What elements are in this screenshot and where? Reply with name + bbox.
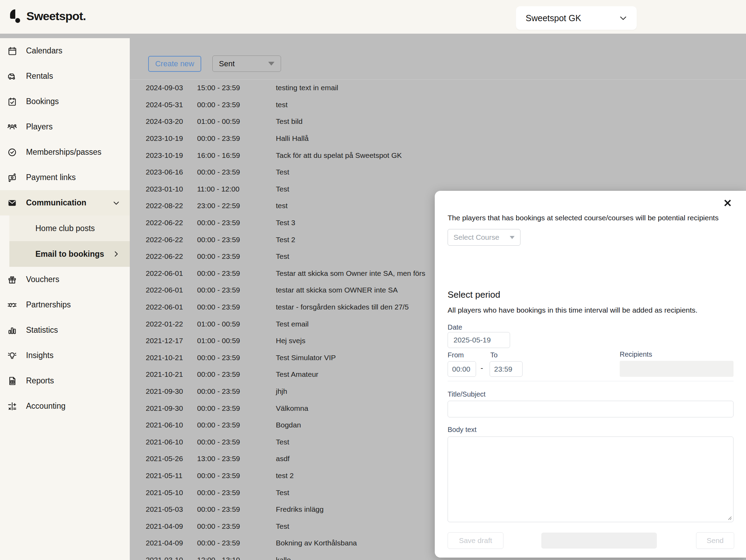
sidebar-item-vouchers[interactable]: Vouchers	[0, 267, 130, 292]
row-date: 2023-10-19	[130, 134, 197, 143]
club-selector-value: Sweetspot GK	[526, 13, 581, 23]
date-label: Date	[448, 323, 462, 331]
row-date: 2021-04-09	[130, 522, 197, 531]
sidebar-item-label: Calendars	[26, 46, 62, 56]
table-row[interactable]: 2024-09-03 15:00 - 23:59 testing text in…	[130, 79, 746, 96]
sidebar-item-reports[interactable]: Reports	[0, 368, 130, 393]
time-range-dash: -	[481, 364, 483, 373]
row-date: 2024-05-31	[130, 101, 197, 109]
row-date: 2021-10-21	[130, 370, 197, 379]
row-date: 2021-05-26	[130, 455, 197, 463]
calendar-icon	[7, 46, 17, 56]
sidebar-item-partnerships[interactable]: Partnerships	[0, 292, 130, 317]
from-label: From	[448, 351, 464, 359]
row-date: 2021-05-03	[130, 505, 197, 514]
table-row[interactable]: 2023-10-19 16:00 - 16:59 Tack för att du…	[130, 147, 746, 164]
caret-down-icon	[510, 236, 515, 239]
row-date: 2022-06-22	[130, 236, 197, 244]
title-subject-input[interactable]	[448, 401, 734, 417]
row-date: 2021-03-10	[130, 556, 197, 560]
row-date: 2021-06-10	[130, 438, 197, 446]
row-time-range: 00:00 - 23:59	[197, 286, 276, 294]
envelope-icon	[7, 198, 17, 208]
date-input[interactable]	[448, 332, 510, 348]
close-button[interactable]	[722, 197, 734, 209]
close-icon	[723, 198, 732, 208]
sidebar-item-payment-links[interactable]: Payment links	[0, 165, 130, 190]
table-row[interactable]: 2023-06-16 00:00 - 23:59 Test	[130, 164, 746, 181]
sidebar-item-accounting[interactable]: Accounting	[0, 393, 130, 419]
row-time-range: 00:00 - 23:59	[197, 421, 276, 429]
sidebar-item-rentals[interactable]: Rentals	[0, 63, 130, 89]
row-time-range: 12:00 - 13:10	[197, 556, 276, 560]
sidebar-item-label: Vouchers	[26, 275, 59, 284]
sidebar-item-players[interactable]: Players	[0, 114, 130, 139]
sidebar-item-insights[interactable]: Insights	[0, 343, 130, 368]
row-time-range: 00:00 - 23:59	[197, 539, 276, 547]
select-course-dropdown[interactable]: Select Course	[448, 229, 520, 246]
sidebar-item-bookings[interactable]: Bookings	[0, 89, 130, 114]
create-new-button[interactable]: Create new	[148, 56, 201, 72]
sidebar-item-communication[interactable]: Communication	[0, 190, 130, 215]
bar-chart-icon	[7, 325, 17, 336]
row-time-range: 00:00 - 23:59	[197, 269, 276, 278]
to-label: To	[490, 351, 498, 359]
money-link-icon	[7, 172, 17, 183]
row-time-range: 00:00 - 23:59	[197, 404, 276, 413]
sidebar-item-label: Insights	[26, 351, 53, 360]
row-date: 2022-06-22	[130, 219, 197, 227]
players-icon	[7, 122, 17, 132]
sidebar-item-label: Players	[26, 122, 53, 131]
row-time-range: 00:00 - 23:59	[197, 370, 276, 379]
table-row[interactable]: 2024-05-31 00:00 - 23:59 test	[130, 96, 746, 113]
sidebar-item-statistics[interactable]: Statistics	[0, 317, 130, 343]
status-filter-dropdown[interactable]: Sent	[212, 56, 281, 72]
save-draft-button[interactable]: Save draft	[448, 532, 503, 549]
row-subject: testing text in email	[276, 84, 746, 92]
table-row[interactable]: 2024-03-20 01:00 - 00:59 Test bild	[130, 113, 746, 130]
gift-icon	[7, 274, 17, 285]
sidebar-subitem-home-club-posts[interactable]: Home club posts	[9, 215, 130, 241]
handshake-icon	[7, 300, 17, 310]
row-time-range: 00:00 - 23:59	[197, 236, 276, 244]
sidebar-item-label: Memberships/passes	[26, 147, 101, 157]
row-date: 2021-06-10	[130, 421, 197, 429]
sidebar-item-label: Payment links	[26, 173, 76, 182]
compose-email-drawer: The players that has bookings at selecte…	[435, 191, 746, 558]
title-subject-label: Title/Subject	[448, 390, 485, 398]
send-button[interactable]: Send	[696, 532, 734, 549]
sidebar-subitem-email-to-bookings[interactable]: Email to bookings	[9, 241, 130, 267]
panel-divider	[448, 381, 734, 381]
sidebar-item-memberships[interactable]: Memberships/passes	[0, 139, 130, 165]
row-date: 2023-10-19	[130, 151, 197, 160]
club-selector-dropdown[interactable]: Sweetspot GK	[516, 6, 637, 30]
textarea-resize-handle[interactable]	[727, 515, 732, 520]
row-date: 2021-05-11	[130, 472, 197, 480]
row-time-range: 01:00 - 00:59	[197, 117, 276, 126]
row-date: 2022-01-22	[130, 320, 197, 328]
recipients-field[interactable]	[620, 361, 734, 377]
calendar-check-icon	[7, 96, 17, 107]
row-date: 2021-12-17	[130, 337, 197, 345]
golf-cart-icon	[7, 71, 17, 82]
subitem-label: Home club posts	[35, 224, 95, 233]
row-date: 2022-08-22	[130, 202, 197, 210]
table-row[interactable]: 2023-10-19 00:00 - 23:59 Halli Hallå	[130, 130, 746, 147]
body-text-input[interactable]	[448, 436, 734, 522]
body-text-wrapper	[448, 436, 734, 522]
report-document-icon	[7, 376, 17, 386]
row-date: 2021-09-30	[130, 387, 197, 396]
row-time-range: 16:00 - 16:59	[197, 151, 276, 160]
sidebar-item-label: Partnerships	[26, 300, 71, 309]
row-date: 2021-04-09	[130, 539, 197, 547]
recipient-count-placeholder	[541, 533, 657, 549]
from-time-input[interactable]	[448, 361, 476, 377]
sidebar-item-label: Reports	[26, 376, 54, 385]
row-time-range: 00:00 - 23:59	[197, 219, 276, 227]
recipients-instruction-text: The players that has bookings at selecte…	[448, 214, 719, 222]
row-time-range: 23:00 - 22:59	[197, 202, 276, 210]
sidebar-item-label: Statistics	[26, 325, 58, 335]
sidebar-item-calendars[interactable]: Calendars	[0, 38, 130, 63]
chevron-right-icon	[112, 249, 121, 258]
to-time-input[interactable]	[490, 361, 523, 377]
